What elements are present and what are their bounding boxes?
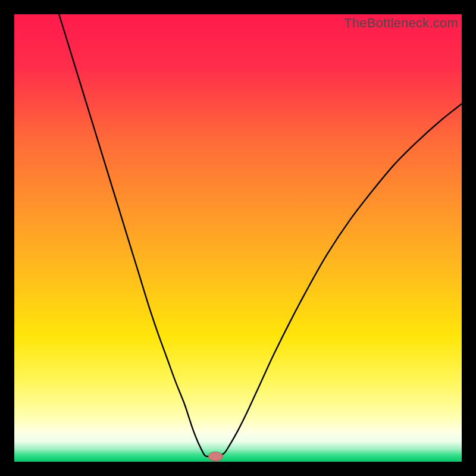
gradient-background (14, 14, 462, 462)
optimal-point-marker (208, 452, 223, 461)
bottleneck-chart (14, 14, 462, 462)
watermark-text: TheBottleneck.com (344, 15, 458, 31)
chart-frame: TheBottleneck.com (14, 14, 462, 462)
